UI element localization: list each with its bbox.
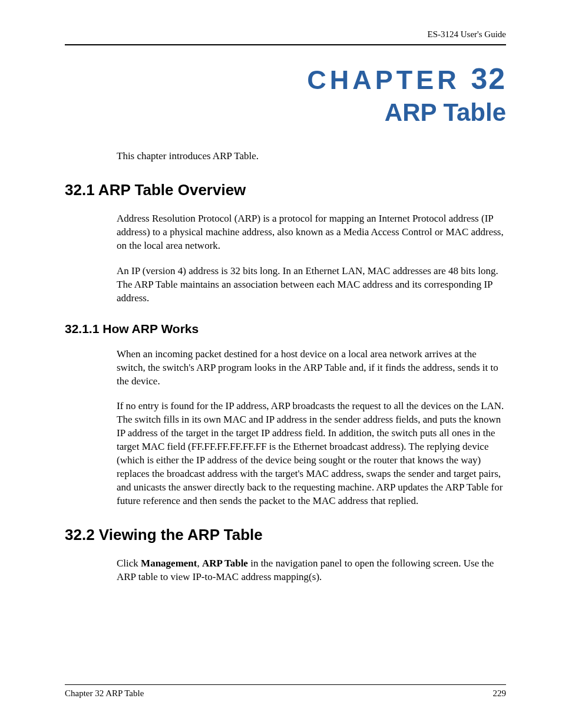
section-32-2-p1: Click Management, ARP Table in the navig…	[117, 557, 506, 584]
header-guide-title: ES-3124 User's Guide	[65, 29, 506, 39]
chapter-title-block: CHAPTER 32 ARP Table	[65, 63, 506, 127]
chapter-label-prefix: CHAPTER	[307, 65, 460, 95]
chapter-intro: This chapter introduces ARP Table.	[117, 150, 506, 162]
footer-right: 229	[493, 689, 507, 699]
footer-rule	[65, 684, 506, 685]
footer-left: Chapter 32 ARP Table	[65, 689, 144, 699]
section-32-1-title: 32.1 ARP Table Overview	[65, 181, 506, 199]
page-footer: Chapter 32 ARP Table 229	[65, 684, 506, 699]
s2-p1-mid: ,	[197, 558, 202, 569]
section-32-1-1-p1: When an incoming packet destined for a h…	[117, 348, 506, 388]
chapter-label: CHAPTER 32	[65, 63, 506, 95]
s2-p1-pre: Click	[117, 558, 141, 569]
section-32-1-p1: Address Resolution Protocol (ARP) is a p…	[117, 212, 506, 253]
section-32-1-1-p2: If no entry is found for the IP address,…	[117, 400, 506, 508]
chapter-label-number: 32	[471, 62, 506, 95]
s2-p1-bold1: Management	[141, 558, 197, 569]
section-32-2-title: 32.2 Viewing the ARP Table	[65, 526, 506, 544]
chapter-subtitle: ARP Table	[65, 98, 506, 127]
s2-p1-bold2: ARP Table	[202, 558, 248, 569]
header-rule	[65, 44, 506, 45]
section-32-1-p2: An IP (version 4) address is 32 bits lon…	[117, 265, 506, 305]
section-32-1-1-title: 32.1.1 How ARP Works	[65, 322, 506, 336]
